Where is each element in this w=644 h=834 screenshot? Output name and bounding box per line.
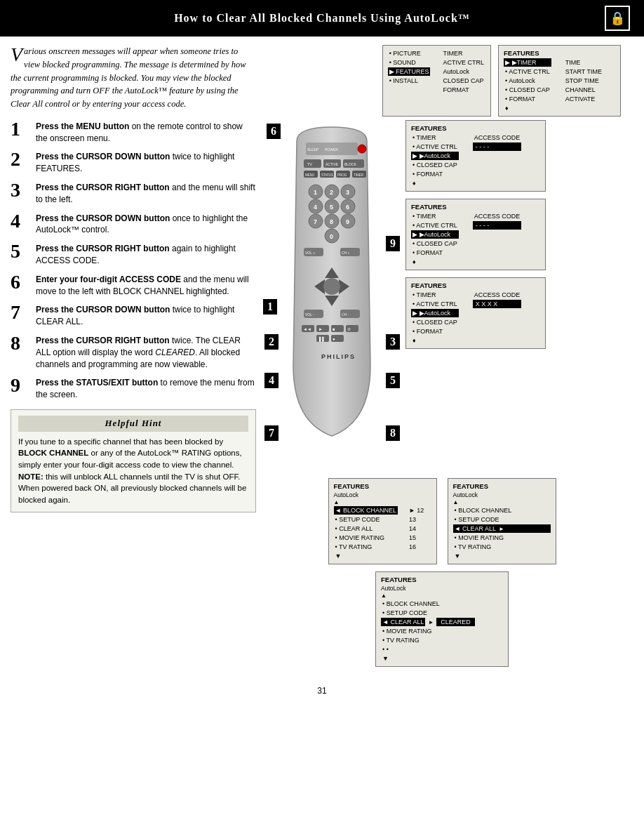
fa1-timer: TIMER [411,133,459,142]
ab-block-ch: ◄ BLOCK CHANNEL [334,506,398,515]
ac-tv-rating: TV RATING [453,543,551,551]
features-autolock-screen3: FEATURES TIMER ACTIVE CTRL ▶AutoLock CLO… [405,277,546,349]
step-6: 6 Enter your four-digit ACCESS CODE and … [11,274,256,298]
acl-clear-all: ◄ CLEAR ALL [381,618,425,626]
svg-text:▐▐: ▐▐ [318,336,324,342]
ab-clear-all: CLEAR ALL [334,524,398,533]
svg-text:PHILIPS: PHILIPS [321,353,356,360]
fa3-acc-val: X X X X [473,300,522,308]
step-number-5: 5 [11,241,30,261]
submenu-autolock: AutoLock [441,67,485,76]
ac-block-ch: BLOCK CHANNEL [453,506,551,515]
ft-closed-cap: CLOSED CAP [504,86,551,94]
svg-text:●: ● [333,337,335,341]
page-header: How to Clear All Blocked Channels Using … [0,0,644,37]
step-3-text: Press the CURSOR RIGHT button and the me… [36,182,256,206]
ft-active-ctrl: ACTIVE CTRL [504,67,551,76]
step-4-text: Press the CURSOR DOWN button once to hig… [36,213,256,237]
autolock-block-screen: FEATURES AutoLock ▲ ◄ BLOCK CHANNEL SETU… [328,478,437,564]
ab-sub: AutoLock [334,491,431,498]
ab-num13: 13 [408,515,425,524]
svg-text:SLEEP: SLEEP [307,147,319,152]
step-number-7: 7 [11,303,30,322]
svg-text:⊘: ⊘ [347,327,351,331]
step-7: 7 Press the CURSOR DOWN button twice to … [11,304,256,328]
acl-title: FEATURES [381,576,503,583]
acl-block-ch: BLOCK CHANNEL [381,600,503,608]
svg-text:3: 3 [346,189,349,196]
ac-clear-all: ◄ CLEAR ALL ► [453,524,551,533]
fa3-title: FEATURES [411,282,540,289]
svg-text:POWER: POWER [325,147,338,152]
features-timer-title: FEATURES [504,49,615,57]
step-8: 8 Press the CURSOR RIGHT button twice. T… [11,335,256,370]
submenu-format: FORMAT [441,86,485,94]
step-9-text: Press the STATUS/EXIT button to remove t… [36,377,256,401]
svg-text:CH -: CH - [342,312,349,317]
ft-autolock: AutoLock [504,77,551,85]
svg-text:9: 9 [346,218,349,225]
svg-text:1: 1 [314,189,317,196]
ab-num14: 14 [408,524,425,533]
step-number-1: 1 [11,119,30,139]
badge-2: 2 [264,334,279,350]
svg-text:5: 5 [330,204,333,211]
svg-text:VOL -: VOL - [305,312,314,317]
fa1-format: FORMAT [411,170,459,178]
submenu-timer: TIMER [441,49,485,58]
fa1-closed-cap: CLOSED CAP [411,161,459,169]
cleared-badge: CLEARED [436,618,475,626]
ac-arrow-down: ▼ [453,552,551,560]
svg-text:0: 0 [330,233,333,240]
menu-sound: SOUND [388,58,431,67]
step-number-3: 3 [11,180,30,200]
ft-timer: ▶TIMER [504,58,551,67]
features-autolock-screen2: FEATURES TIMER ACTIVE CTRL ▶AutoLock CLO… [405,199,546,270]
step-2: 2 Press the CURSOR DOWN button twice to … [11,151,256,175]
step-number-9: 9 [11,376,30,395]
badge-1: 1 [263,299,277,315]
svg-point-3 [358,145,366,153]
fa3-active-ctrl: ACTIVE CTRL [411,300,459,308]
fa1-acc-val: - - - - [473,143,522,151]
svg-text:►: ► [318,327,323,331]
intro-paragraph: Various onscreen messages will appear wh… [11,45,256,111]
ab-setup-code: SETUP CODE [334,515,398,524]
mid-section: 6 1 9 2 3 4 [263,120,621,471]
fa2-autolock: ▶AutoLock [411,230,459,239]
ab-title: FEATURES [334,482,431,490]
fa2-acc-val: - - - - [473,221,522,230]
badge-3: 3 [386,334,400,350]
step-6-text: Enter your four-digit ACCESS CODE and th… [36,274,256,298]
step-5: 5 Press the CURSOR RIGHT button again to… [11,243,256,267]
ac-setup-code: SETUP CODE [453,515,551,524]
badge-5: 5 [386,373,400,388]
step-1-text: Press the MENU button on the remote cont… [36,121,256,145]
acl-dot: • [381,645,503,654]
svg-text:BLOCK: BLOCK [344,162,357,166]
fa2-title: FEATURES [411,203,540,211]
svg-text:■: ■ [333,327,335,331]
fa1-active-ctrl: ACTIVE CTRL [411,143,459,151]
svg-text:PROG: PROG [337,173,347,177]
fa1-autolock: ▶AutoLock [411,152,459,160]
step-number-8: 8 [11,333,30,353]
bottom-screens-row: FEATURES AutoLock ▲ ◄ BLOCK CHANNEL SETU… [263,478,621,564]
ftr-start-time: START TIME [564,67,603,76]
step-7-text: Press the CURSOR DOWN button twice to hi… [36,304,256,328]
fa3-format: FORMAT [411,327,459,336]
fa3-diamond: ♦ [411,336,459,345]
submenu-closed-cap: CLOSED CAP [441,77,485,85]
menu-install: INSTALL [388,77,431,85]
fa2-closed-cap: CLOSED CAP [411,239,459,248]
page-number: 31 [0,686,644,703]
steps-list: 1 Press the MENU button on the remote co… [11,121,256,401]
ft-format: FORMAT [504,95,551,103]
svg-text:2: 2 [330,189,333,196]
ftr-channel: CHANNEL [564,86,603,94]
fa3-closed-cap: CLOSED CAP [411,318,459,326]
ftr-time: TIME [564,58,603,67]
fa1-title: FEATURES [411,124,540,132]
acl-arrow-down: ▼ [381,654,503,663]
step-number-4: 4 [11,211,30,231]
